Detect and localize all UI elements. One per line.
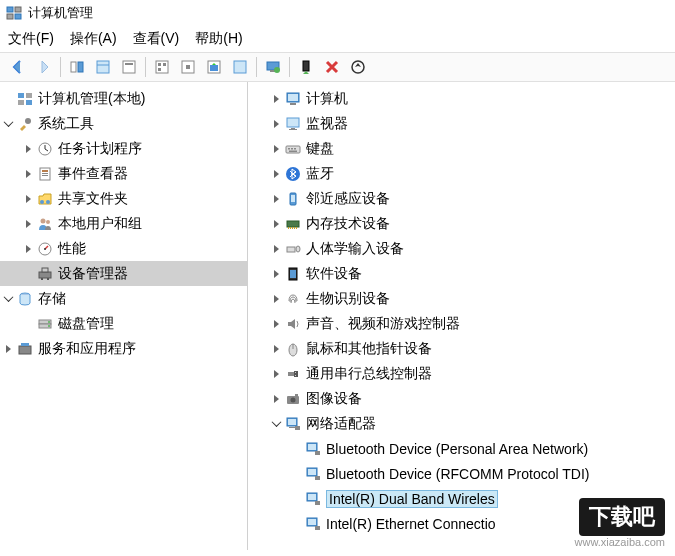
window-title: 计算机管理 [28, 4, 93, 22]
expander-icon[interactable] [0, 116, 16, 132]
svg-rect-71 [292, 227, 293, 229]
tree-system-tools[interactable]: 系统工具 [0, 111, 247, 136]
expander-icon[interactable] [20, 216, 36, 232]
network-device[interactable]: Bluetooth Device (Personal Area Network) [248, 436, 675, 461]
export-button[interactable] [117, 55, 141, 79]
tree-local-users[interactable]: 本地用户和组 [0, 211, 247, 236]
device-category-proximity[interactable]: 邻近感应设备 [248, 186, 675, 211]
expander-icon[interactable] [268, 366, 284, 382]
update-driver-button[interactable] [261, 55, 285, 79]
show-hide-button[interactable] [65, 55, 89, 79]
tree-label: 软件设备 [306, 265, 362, 283]
tree-label: Bluetooth Device (RFCOMM Protocol TDI) [326, 466, 589, 482]
svg-rect-64 [289, 150, 297, 152]
device-category-network[interactable]: 网络适配器 [248, 411, 675, 436]
expander-icon[interactable] [20, 191, 36, 207]
expander-icon[interactable] [0, 291, 16, 307]
forward-button[interactable] [32, 55, 56, 79]
device-category-memory[interactable]: 内存技术设备 [248, 211, 675, 236]
device-category-biometric[interactable]: 生物识别设备 [248, 286, 675, 311]
device-category-sound[interactable]: 声音、视频和游戏控制器 [248, 311, 675, 336]
view-button-1[interactable] [150, 55, 174, 79]
expander-icon[interactable] [20, 141, 36, 157]
expander-icon[interactable] [268, 416, 284, 432]
svg-rect-77 [290, 270, 296, 278]
tree-label: 设备管理器 [58, 265, 128, 283]
expander-icon[interactable] [268, 291, 284, 307]
svg-rect-83 [295, 375, 296, 376]
tree-root[interactable]: 计算机管理(本地) [0, 86, 247, 111]
device-category-computer[interactable]: 计算机 [248, 86, 675, 111]
tree-event-viewer[interactable]: 事件查看器 [0, 161, 247, 186]
monitor-icon [284, 115, 302, 133]
view-button-2[interactable] [176, 55, 200, 79]
scan-hardware-button[interactable] [346, 55, 370, 79]
device-category-usb[interactable]: 通用串行总线控制器 [248, 361, 675, 386]
expander-icon[interactable] [268, 166, 284, 182]
device-category-software[interactable]: 软件设备 [248, 261, 675, 286]
svg-rect-9 [125, 63, 133, 65]
tree-label: 计算机管理(本地) [38, 90, 145, 108]
menu-view[interactable]: 查看(V) [133, 30, 180, 48]
tree-label: 共享文件夹 [58, 190, 128, 208]
svg-rect-35 [42, 173, 48, 174]
menu-help[interactable]: 帮助(H) [195, 30, 242, 48]
tree-label: 生物识别设备 [306, 290, 390, 308]
expander-icon[interactable] [20, 241, 36, 257]
svg-rect-8 [123, 61, 135, 73]
menu-file[interactable]: 文件(F) [8, 30, 54, 48]
left-tree-panel[interactable]: 计算机管理(本地) 系统工具 任务计划程序 事件查看器 共享文件夹 本地用户和组 [0, 82, 248, 550]
expander-icon[interactable] [268, 341, 284, 357]
expander-icon[interactable] [268, 391, 284, 407]
svg-point-39 [41, 218, 46, 223]
expander-icon[interactable] [0, 341, 16, 357]
tree-storage[interactable]: 存储 [0, 286, 247, 311]
menu-action[interactable]: 操作(A) [70, 30, 117, 48]
svg-rect-68 [287, 221, 299, 227]
device-category-hid[interactable]: 人体学输入设备 [248, 236, 675, 261]
expander-icon[interactable] [268, 191, 284, 207]
tree-disk-management[interactable]: 磁盘管理 [0, 311, 247, 336]
expander-icon[interactable] [268, 266, 284, 282]
expander-icon[interactable] [268, 216, 284, 232]
event-icon [36, 165, 54, 183]
back-button[interactable] [6, 55, 30, 79]
svg-point-42 [44, 248, 46, 250]
device-category-mouse[interactable]: 鼠标和其他指针设备 [248, 336, 675, 361]
expander-icon[interactable] [268, 241, 284, 257]
properties-button[interactable] [91, 55, 115, 79]
tree-shared-folders[interactable]: 共享文件夹 [0, 186, 247, 211]
uninstall-button[interactable] [320, 55, 344, 79]
expander-icon[interactable] [268, 91, 284, 107]
expander-icon[interactable] [20, 166, 36, 182]
view-button-4[interactable] [228, 55, 252, 79]
enable-device-button[interactable] [294, 55, 318, 79]
tree-label: 本地用户和组 [58, 215, 142, 233]
right-tree-panel[interactable]: 计算机 监视器 键盘 蓝牙 邻近感应设备 内存技术设备 [248, 82, 675, 550]
svg-rect-45 [41, 278, 43, 280]
view-button-3[interactable] [202, 55, 226, 79]
tree-services[interactable]: 服务和应用程序 [0, 336, 247, 361]
tree-device-manager[interactable]: 设备管理器 [0, 261, 247, 286]
expander-icon[interactable] [268, 141, 284, 157]
network-device-selected[interactable]: Intel(R) Dual Band Wireles [248, 486, 675, 511]
expander-icon[interactable] [268, 116, 284, 132]
proximity-icon [284, 190, 302, 208]
tree-performance[interactable]: 性能 [0, 236, 247, 261]
svg-rect-86 [295, 394, 298, 396]
device-category-keyboard[interactable]: 键盘 [248, 136, 675, 161]
expander-icon[interactable] [268, 316, 284, 332]
svg-rect-72 [294, 227, 295, 229]
spacer [288, 466, 304, 482]
device-category-imaging[interactable]: 图像设备 [248, 386, 675, 411]
svg-rect-46 [47, 278, 49, 280]
disk-icon [36, 315, 54, 333]
device-category-monitor[interactable]: 监视器 [248, 111, 675, 136]
svg-rect-59 [289, 129, 297, 130]
network-adapter-icon [284, 415, 302, 433]
network-device[interactable]: Intel(R) Ethernet Connectio [248, 511, 675, 536]
tree-task-scheduler[interactable]: 任务计划程序 [0, 136, 247, 161]
device-category-bluetooth[interactable]: 蓝牙 [248, 161, 675, 186]
network-device[interactable]: Bluetooth Device (RFCOMM Protocol TDI) [248, 461, 675, 486]
app-icon [6, 5, 22, 21]
